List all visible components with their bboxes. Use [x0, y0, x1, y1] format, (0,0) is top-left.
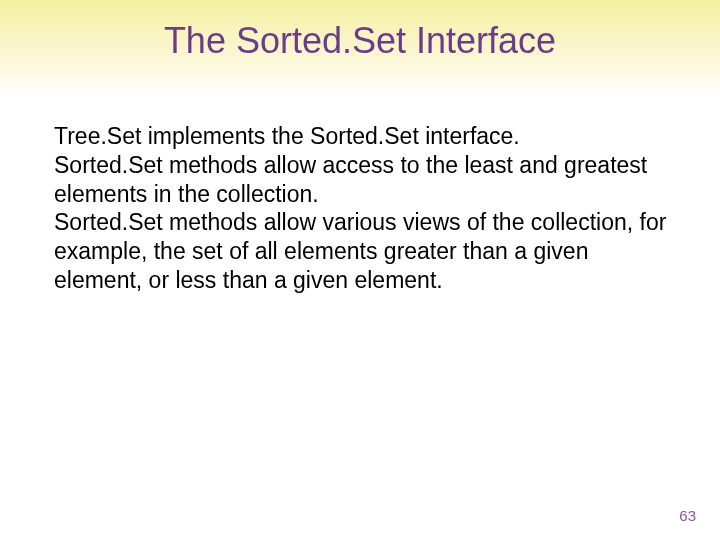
slide-body: Tree.Set implements the Sorted.Set inter…	[0, 62, 720, 295]
slide-title: The Sorted.Set Interface	[0, 0, 720, 62]
body-paragraph: Tree.Set implements the Sorted.Set inter…	[40, 122, 670, 151]
body-paragraph: Sorted.Set methods allow various views o…	[40, 208, 670, 294]
body-paragraph: Sorted.Set methods allow access to the l…	[40, 151, 670, 209]
page-number: 63	[679, 507, 696, 524]
